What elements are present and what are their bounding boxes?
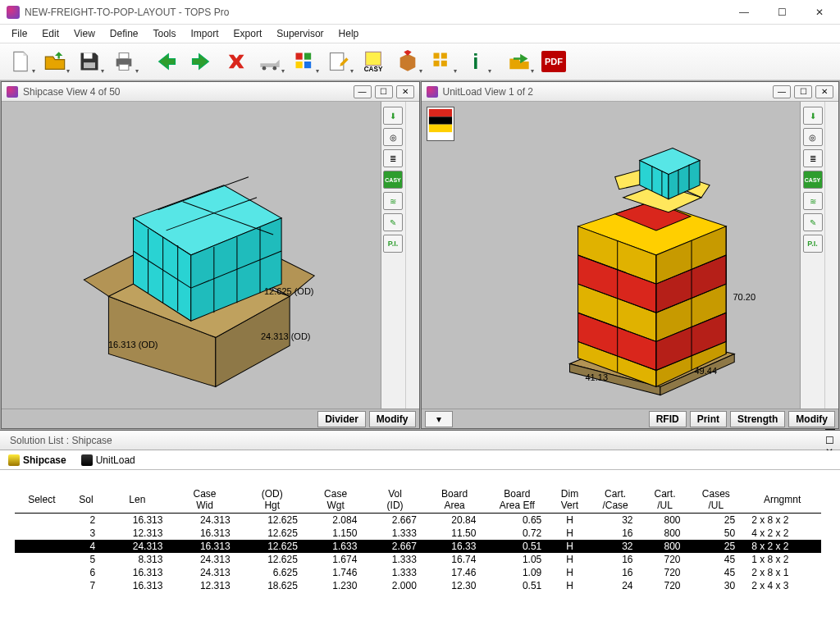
pencil-icon[interactable]: ✎ xyxy=(383,213,403,231)
save-button[interactable]: ▾ xyxy=(74,48,105,75)
shipcase-max-button[interactable]: ☐ xyxy=(375,85,393,98)
shipcase-pane: Shipcase View 4 of 50 — ☐ ✕ xyxy=(1,81,420,429)
rfid-button[interactable]: RFID xyxy=(649,411,687,427)
pi-icon[interactable]: P.I. xyxy=(803,235,823,253)
print-button[interactable]: ▾ xyxy=(108,48,139,75)
shipcase-canvas[interactable]: 16.313 (OD) 24.313 (OD) 12.625 (OD) xyxy=(2,102,381,409)
new-button[interactable]: ▾ xyxy=(5,48,36,75)
table-row[interactable]: 616.31324.3136.6251.7461.33317.461.09H16… xyxy=(15,566,821,579)
info-button[interactable]: i▾ xyxy=(461,48,492,75)
down-arrow-icon[interactable]: ⬇ xyxy=(383,107,403,125)
table-row[interactable]: 312.31316.31312.6251.1501.33311.500.72H1… xyxy=(15,527,821,540)
shipcase-scrollbar[interactable] xyxy=(405,102,419,409)
svg-rect-5 xyxy=(304,62,311,68)
layers-icon[interactable]: ≋ xyxy=(803,192,823,210)
table-row[interactable]: 216.31324.31312.6252.0842.66720.840.65H3… xyxy=(15,514,821,527)
delete-button[interactable] xyxy=(220,48,251,75)
shipcase-icon xyxy=(7,86,18,98)
vehicle-button[interactable]: ▾ xyxy=(254,48,285,75)
open-button[interactable]: ▾ xyxy=(39,48,71,75)
menu-tools[interactable]: Tools xyxy=(147,26,183,41)
svg-rect-12 xyxy=(441,61,447,66)
svg-rect-4 xyxy=(296,62,303,68)
menu-supervisor[interactable]: Supervisor xyxy=(270,26,330,41)
svg-text:i: i xyxy=(472,50,478,73)
print-view-button[interactable]: Print xyxy=(690,411,727,427)
menu-help[interactable]: Help xyxy=(332,26,366,41)
pencil-icon[interactable]: ✎ xyxy=(803,213,823,231)
target-icon[interactable]: ◎ xyxy=(803,128,823,146)
unitload-thumb[interactable] xyxy=(427,107,454,141)
unitload-max-button[interactable]: ☐ xyxy=(794,85,812,98)
shipcase-footer: Divider Modify xyxy=(2,409,419,428)
target-icon[interactable]: ◎ xyxy=(383,128,403,146)
toolbar: ▾ ▾ ▾ ▾ ▾ ▾ ▾ CASY ▾ ▾ i▾ ▾ PDF xyxy=(0,43,840,80)
solution-min-button[interactable]: — xyxy=(825,423,835,435)
strength-button[interactable]: Strength xyxy=(730,411,785,427)
svg-rect-2 xyxy=(296,53,303,60)
pi-icon[interactable]: P.I. xyxy=(383,235,403,253)
pdf-button[interactable]: PDF xyxy=(538,48,569,75)
list-icon[interactable]: ≣ xyxy=(383,149,403,167)
unitload-canvas[interactable]: 41.13 49.44 70.20 xyxy=(454,102,801,409)
workspace: Shipcase View 4 of 50 — ☐ ✕ xyxy=(0,80,840,430)
shipcase-dim-wid: 24.313 (OD) xyxy=(261,331,311,341)
shipcase-side-tools: ⬇ ◎ ≣ CASY ≋ ✎ P.I. xyxy=(381,102,405,409)
menu-import[interactable]: Import xyxy=(185,26,226,41)
grid-button[interactable]: ▾ xyxy=(427,48,458,75)
svg-rect-34 xyxy=(428,109,451,116)
list-icon[interactable]: ≣ xyxy=(803,149,823,167)
layers-icon[interactable]: ≋ xyxy=(383,192,403,210)
tab-shipcase[interactable]: Shipcase xyxy=(3,453,71,468)
unitload-min-button[interactable]: — xyxy=(773,85,791,98)
svg-rect-9 xyxy=(434,53,440,59)
svg-rect-11 xyxy=(434,61,440,66)
unitload-close-button[interactable]: ✕ xyxy=(815,85,833,98)
shipcase-close-button[interactable]: ✕ xyxy=(396,85,414,98)
shipcase-dim-len: 16.313 (OD) xyxy=(108,340,158,349)
app-icon xyxy=(7,6,20,19)
unitload-title: UnitLoad View 1 of 2 xyxy=(443,86,769,98)
solution-grid[interactable]: SelectSolLenCase Wid(OD) HgtCase WgtVol … xyxy=(0,470,840,629)
casy-icon[interactable]: CASY xyxy=(383,171,403,189)
svg-text:CASY: CASY xyxy=(364,66,383,73)
maximize-button[interactable]: ☐ xyxy=(763,0,801,25)
solution-tabs: Shipcase UnitLoad xyxy=(0,450,840,470)
casy-button[interactable]: CASY xyxy=(358,48,389,75)
table-row[interactable]: 58.31324.31312.6251.6741.33316.741.05H16… xyxy=(15,553,821,566)
pager-icon[interactable]: ▾ xyxy=(425,411,453,427)
package-button[interactable]: ▾ xyxy=(392,48,423,75)
svg-rect-6 xyxy=(331,53,344,71)
palette-button[interactable]: ▾ xyxy=(289,48,320,75)
menu-view[interactable]: View xyxy=(67,26,102,41)
close-button[interactable]: ✕ xyxy=(801,0,838,25)
window-title: NEW-FREIGHT-TO-POP-LAYOUT - TOPS Pro xyxy=(25,7,725,18)
divider-button[interactable]: Divider xyxy=(317,411,366,427)
menu-export[interactable]: Export xyxy=(227,26,269,41)
svg-rect-10 xyxy=(441,53,447,59)
menu-define[interactable]: Define xyxy=(103,26,145,41)
table-row[interactable]: 716.31312.31318.6251.2302.00012.300.51H2… xyxy=(15,579,821,592)
shipcase-min-button[interactable]: — xyxy=(354,85,372,98)
down-arrow-icon[interactable]: ⬇ xyxy=(803,107,823,125)
shipcase-title: Shipcase View 4 of 50 xyxy=(23,86,349,98)
edit-note-button[interactable]: ▾ xyxy=(323,48,354,75)
menubar: File Edit View Define Tools Import Expor… xyxy=(0,25,840,43)
casy-icon[interactable]: CASY xyxy=(803,171,823,189)
next-button[interactable] xyxy=(185,48,217,75)
export-button[interactable]: ▾ xyxy=(504,48,535,75)
svg-point-1 xyxy=(273,66,277,71)
tab-unitload[interactable]: UnitLoad xyxy=(76,453,140,468)
unitload-side-tools: ⬇ ◎ ≣ CASY ≋ ✎ P.I. xyxy=(800,102,824,409)
minimize-button[interactable]: — xyxy=(725,0,763,25)
svg-rect-7 xyxy=(366,52,381,65)
prev-button[interactable] xyxy=(151,48,182,75)
table-row[interactable]: 424.31316.31312.6251.6332.66716.330.51H3… xyxy=(15,540,821,553)
unitload-scrollbar[interactable] xyxy=(824,102,838,409)
shipcase-dim-hgt: 12.625 (OD) xyxy=(264,286,314,296)
svg-rect-35 xyxy=(428,116,451,124)
menu-edit[interactable]: Edit xyxy=(35,26,66,41)
menu-file[interactable]: File xyxy=(5,26,34,41)
solution-max-button[interactable]: ☐ xyxy=(825,435,835,446)
shipcase-modify-button[interactable]: Modify xyxy=(369,411,416,427)
